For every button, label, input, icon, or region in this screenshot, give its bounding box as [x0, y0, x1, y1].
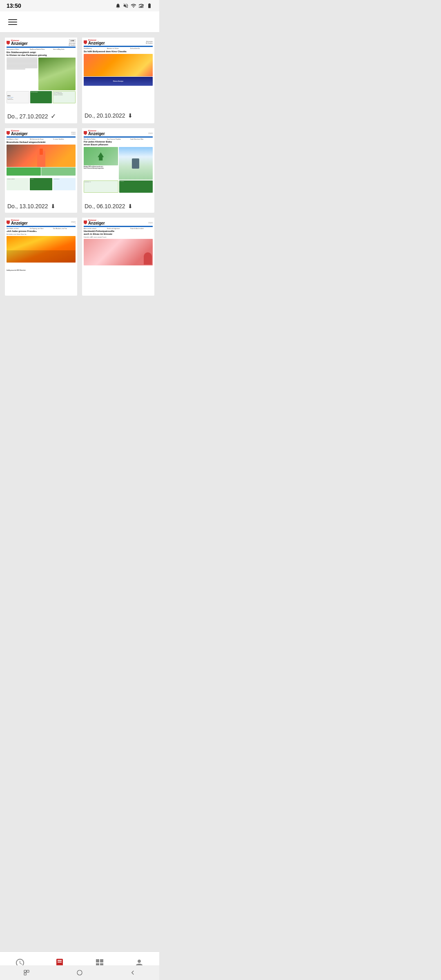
issue-item-4[interactable]: Klotener Anzeiger WöchentlichMit Stadtin… — [82, 128, 154, 213]
signal-icon — [138, 3, 144, 9]
download-icon-2: ⬇ — [128, 112, 133, 119]
issue-date-5 — [5, 289, 77, 296]
svg-rect-0 — [139, 7, 140, 8]
download-icon-3: ⬇ — [51, 203, 56, 209]
header — [0, 11, 159, 33]
issue-item-3[interactable]: Klotener Anzeiger WöchentlichMit Stadtin… — [5, 128, 77, 213]
issue-item-5[interactable]: Klotener Anzeiger WöchentlichMit Stadtin… — [5, 218, 77, 296]
issue-date-1: Do., 27.10.2022 ✓ — [5, 109, 77, 123]
issue-cover-4: Klotener Anzeiger WöchentlichMit Stadtin… — [82, 128, 154, 200]
issue-date-4: Do., 06.10.2022 ⬇ — [82, 200, 154, 213]
issue-cover-3: Klotener Anzeiger WöchentlichMit Stadtin… — [5, 128, 77, 200]
issue-date-6 — [82, 289, 154, 296]
issue-item-2[interactable]: Klotener Anzeiger WöchentlichMit Stadtin… — [82, 38, 154, 123]
issue-cover-2: Klotener Anzeiger WöchentlichMit Stadtin… — [82, 38, 154, 109]
battery-icon — [146, 3, 153, 9]
content-area: Klotener Anzeiger schibli WöchentlichMit… — [0, 33, 159, 345]
issue-item-6[interactable]: Klotener Anzeiger WöchentlichMit Stadtin… — [82, 218, 154, 296]
issues-grid: Klotener Anzeiger schibli WöchentlichMit… — [5, 38, 154, 296]
alarm-icon — [115, 3, 121, 9]
wifi-icon — [131, 3, 136, 9]
status-bar: 13:50 — [0, 0, 159, 11]
issue-date-2: Do., 20.10.2022 ⬇ — [82, 109, 154, 122]
issue-item-1[interactable]: Klotener Anzeiger schibli WöchentlichMit… — [5, 38, 77, 123]
checkmark-icon: ✓ — [51, 112, 56, 120]
mute-icon — [123, 3, 129, 9]
svg-rect-2 — [141, 5, 142, 8]
issue-cover-6: Klotener Anzeiger WöchentlichMit Stadtin… — [82, 218, 154, 289]
issue-cover-5: Klotener Anzeiger WöchentlichMit Stadtin… — [5, 218, 77, 289]
svg-rect-3 — [143, 4, 143, 8]
status-time: 13:50 — [7, 2, 21, 9]
issue-cover-1: Klotener Anzeiger schibli WöchentlichMit… — [5, 38, 77, 109]
download-icon-4: ⬇ — [128, 203, 133, 209]
status-icons — [115, 3, 153, 9]
issue-date-3: Do., 13.10.2022 ⬇ — [5, 200, 77, 213]
svg-rect-1 — [140, 6, 141, 8]
hamburger-menu[interactable] — [7, 18, 19, 27]
